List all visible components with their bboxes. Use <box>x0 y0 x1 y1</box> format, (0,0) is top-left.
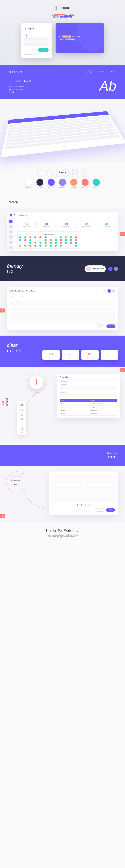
form-input[interactable] <box>9 307 62 311</box>
table-row[interactable]: Proposal 2Merits system details <box>60 406 117 409</box>
grid-icon[interactable] <box>20 409 23 411</box>
calendar-day[interactable] <box>39 236 41 238</box>
calendar-day[interactable] <box>55 239 57 241</box>
calendar-day[interactable] <box>55 242 57 244</box>
calendar-day[interactable] <box>55 236 57 238</box>
weight-medium[interactable]: Medium <box>97 70 106 74</box>
calendar-day[interactable] <box>65 239 67 241</box>
avatar-icon[interactable] <box>112 289 116 293</box>
header-icon[interactable] <box>103 289 106 293</box>
calendar-day[interactable] <box>60 236 62 238</box>
calendar-day[interactable] <box>55 245 57 247</box>
calendar-day[interactable] <box>44 236 47 238</box>
calendar-day[interactable] <box>50 239 52 241</box>
calendar-day[interactable] <box>60 245 62 247</box>
cancel-button[interactable]: Cancel <box>96 324 105 328</box>
calendar-day[interactable] <box>24 245 26 247</box>
ux-action-dots <box>108 267 118 271</box>
table-row[interactable]: Proposal 1Proposal details number 1 <box>60 402 117 406</box>
radio-option[interactable]: Tender <box>10 483 22 485</box>
calendar-day[interactable] <box>50 245 52 247</box>
calendar-day[interactable] <box>29 245 31 247</box>
table-row[interactable]: Proposal 4Proposal details <box>60 412 117 415</box>
form-input[interactable] <box>63 301 116 305</box>
calendar-day[interactable] <box>44 239 47 241</box>
calendar-day[interactable] <box>19 236 21 238</box>
org-select[interactable] <box>60 386 117 390</box>
notification-icon[interactable] <box>108 267 113 271</box>
submit-button[interactable]: Submit <box>106 508 115 512</box>
tab-attachments[interactable]: Attachments <box>21 295 30 299</box>
form-textarea[interactable] <box>9 312 116 323</box>
calendar-day[interactable] <box>75 239 77 241</box>
calendar-day[interactable] <box>29 239 31 241</box>
calendar-day[interactable] <box>24 236 26 238</box>
form-textarea[interactable] <box>52 491 115 502</box>
file-icon[interactable] <box>20 418 23 421</box>
calendar-day[interactable] <box>70 239 72 241</box>
cancel-button[interactable]: Cancel <box>95 508 104 512</box>
form-input[interactable] <box>84 480 115 484</box>
header-icon[interactable] <box>107 289 111 293</box>
sidebar-icon[interactable] <box>9 230 12 233</box>
calendar-day[interactable] <box>60 239 62 241</box>
calendar-day[interactable] <box>75 242 77 244</box>
calendar-day[interactable] <box>29 236 31 238</box>
calendar-day[interactable] <box>44 242 47 244</box>
weight-bold[interactable]: Bold <box>109 70 116 74</box>
tab-general[interactable]: General info <box>9 295 19 299</box>
form-input[interactable] <box>9 301 62 305</box>
opp-select[interactable] <box>60 393 117 397</box>
submit-button[interactable]: Submit <box>106 324 116 328</box>
form-input[interactable] <box>52 486 83 490</box>
radio-option[interactable]: Legal Case <box>10 479 22 482</box>
calendar-day[interactable] <box>39 239 41 241</box>
home-icon[interactable] <box>20 403 24 407</box>
calendar-month: December 2018 <box>19 233 79 235</box>
calendar-day[interactable] <box>19 242 21 244</box>
login-button[interactable]: Login <box>38 48 49 52</box>
calendar-day[interactable] <box>70 242 72 244</box>
calendar-day[interactable] <box>75 236 77 238</box>
calendar-day[interactable] <box>70 236 72 238</box>
form-input[interactable] <box>63 307 116 311</box>
users-icon[interactable] <box>20 413 23 416</box>
calendar-day[interactable] <box>50 236 52 238</box>
calendar-day[interactable] <box>34 245 36 247</box>
email-field[interactable]: Email <box>24 37 49 41</box>
form-input[interactable] <box>84 486 115 490</box>
calendar-day[interactable] <box>65 236 67 238</box>
user-chip[interactable]: Mohamed Gebreel UI/UX Designer <box>85 266 106 272</box>
form-input[interactable] <box>52 475 115 479</box>
sidebar-icon[interactable] <box>9 241 12 244</box>
new-proposal-link[interactable]: New Proposal <box>60 381 117 382</box>
calendar-day[interactable] <box>24 242 26 244</box>
sidebar-icon[interactable] <box>9 236 12 239</box>
calendar-day[interactable] <box>39 242 41 244</box>
settings-icon[interactable] <box>114 267 118 271</box>
calendar-day[interactable] <box>34 242 36 244</box>
calendar-day[interactable] <box>44 245 47 247</box>
calendar-day[interactable] <box>39 245 41 247</box>
calendar-day[interactable] <box>65 245 67 247</box>
logout-icon[interactable] <box>20 427 23 430</box>
table-row[interactable]: Proposal 3Proposal details <box>60 409 117 412</box>
calendar-day[interactable] <box>70 245 72 247</box>
calendar-day[interactable] <box>19 239 21 241</box>
calendar-day[interactable] <box>34 236 36 238</box>
calendar-day[interactable] <box>75 245 77 247</box>
forgot-link[interactable]: Forgot password? <box>24 52 49 55</box>
sidebar-icon[interactable] <box>9 225 12 228</box>
calendar-day[interactable] <box>60 242 62 244</box>
calendar-day[interactable] <box>29 242 31 244</box>
password-field[interactable]: Password <box>24 42 49 46</box>
calendar-day[interactable] <box>19 245 21 247</box>
calendar-day[interactable] <box>65 242 67 244</box>
sidebar-icon[interactable] <box>9 246 12 249</box>
calendar-day[interactable] <box>50 242 52 244</box>
calendar-day[interactable] <box>34 239 36 241</box>
weight-thin[interactable]: Thin <box>87 70 94 74</box>
form-input[interactable] <box>52 480 83 484</box>
sidebar-icon[interactable] <box>9 220 12 223</box>
calendar-day[interactable] <box>24 239 26 241</box>
